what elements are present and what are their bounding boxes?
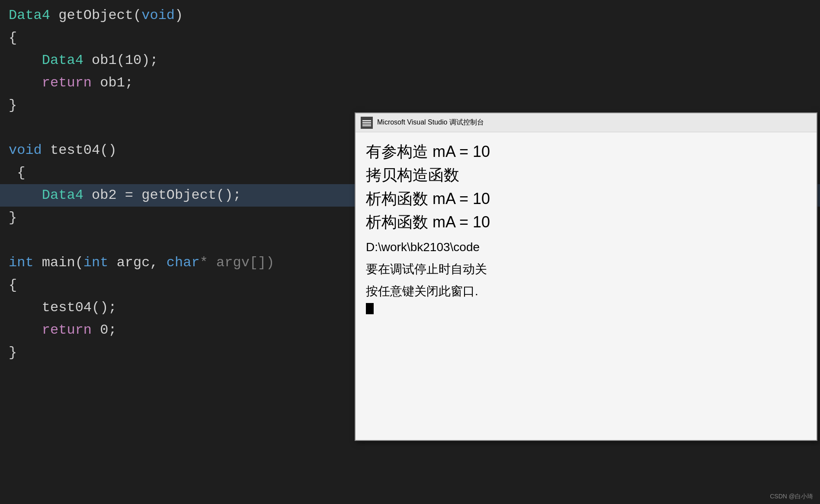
console-window: Microsoft Visual Studio 调试控制台 有参构造 mA = … <box>355 112 817 441</box>
code-token: void <box>9 139 42 162</box>
code-token: Data4 <box>9 4 50 27</box>
code-line-4: return ob1; <box>0 72 820 94</box>
code-token: main( <box>34 252 83 274</box>
code-token: return <box>42 72 92 94</box>
code-token: ob1(10); <box>83 49 158 72</box>
code-token <box>9 184 42 207</box>
console-title: Microsoft Visual Studio 调试控制台 <box>377 118 484 127</box>
code-token: } <box>9 341 17 364</box>
code-token: ob1; <box>92 72 133 94</box>
code-token: Data4 <box>42 49 83 72</box>
code-token: Data4 <box>42 184 83 207</box>
code-line-1: Data4 getObject(void) <box>0 4 820 27</box>
console-info-line-1: 要在调试停止时自动关 <box>366 261 806 278</box>
console-info-line-2: 按任意键关闭此窗口. <box>366 283 806 300</box>
code-token: } <box>9 94 17 117</box>
console-cursor-line <box>366 303 806 314</box>
console-app-icon <box>361 117 373 129</box>
code-token: { <box>9 274 17 297</box>
console-cursor <box>366 303 374 314</box>
code-token: test04() <box>42 139 117 162</box>
code-token: void <box>141 4 175 27</box>
code-token <box>9 319 42 341</box>
code-token: char <box>167 252 200 274</box>
code-token: int <box>9 252 34 274</box>
code-token: test04(); <box>9 297 117 319</box>
code-token: * argv[]) <box>200 252 275 274</box>
code-token: { <box>9 27 17 49</box>
code-token: argc, <box>108 252 166 274</box>
console-content: 有参构造 mA = 10 拷贝构造函数 析构函数 mA = 10 析构函数 mA… <box>356 132 817 440</box>
console-path-line: D:\work\bk2103\code <box>366 239 806 255</box>
code-token: 0; <box>92 319 117 341</box>
console-output-line-3: 析构函数 mA = 10 <box>366 188 806 210</box>
console-output-line-1: 有参构造 mA = 10 <box>366 141 806 163</box>
code-token: { <box>9 162 25 184</box>
code-token: ) <box>175 4 183 27</box>
console-output-line-4: 析构函数 mA = 10 <box>366 211 806 233</box>
code-line-2: { <box>0 27 820 49</box>
code-line-3: Data4 ob1(10); <box>0 49 820 72</box>
code-token <box>9 49 42 72</box>
console-titlebar: Microsoft Visual Studio 调试控制台 <box>356 113 817 132</box>
watermark: CSDN @白小琦 <box>770 493 813 501</box>
code-token: getObject( <box>50 4 141 27</box>
code-token: ob2 = getObject(); <box>83 184 241 207</box>
console-icon-graphic <box>362 119 371 126</box>
code-token <box>9 72 42 94</box>
code-token: return <box>42 319 92 341</box>
code-token: } <box>9 207 17 229</box>
code-token: int <box>83 252 109 274</box>
console-output-line-2: 拷贝构造函数 <box>366 164 806 186</box>
